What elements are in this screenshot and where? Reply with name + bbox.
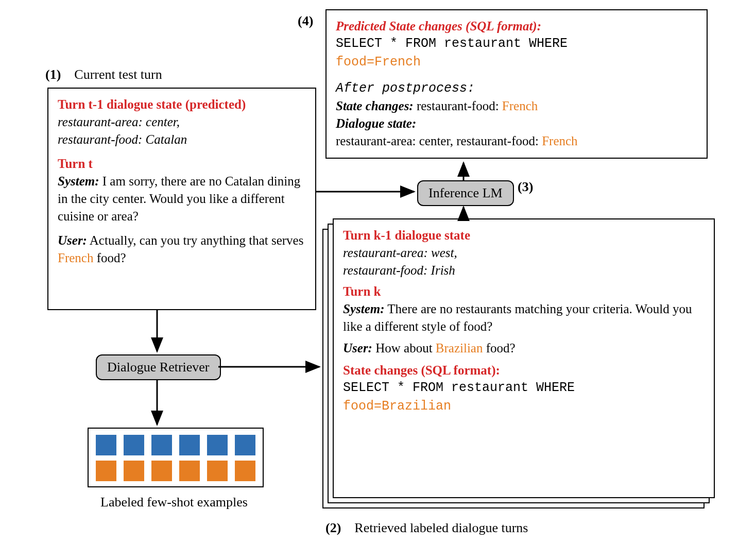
sys-label: System:	[58, 174, 99, 188]
num-4: (4)	[298, 13, 313, 28]
user-pre: Actually, can you try anything that serv…	[87, 233, 304, 247]
user-k-post: food?	[483, 341, 515, 355]
sc-label: State changes:	[336, 99, 414, 113]
label-2-text: Retrieved labeled dialogue turns	[354, 520, 528, 535]
label-2: (2) Retrieved labeled dialogue turns	[325, 520, 528, 536]
user-post: food?	[93, 251, 126, 265]
examples-row-orange	[96, 461, 255, 481]
user-label: User:	[58, 233, 87, 247]
sys-k-text: There are no restaurants matching your c…	[343, 302, 692, 333]
user-k-hl: Brazilian	[436, 341, 483, 355]
square-icon	[207, 435, 228, 455]
predicted-box: Predicted State changes (SQL format): SE…	[325, 9, 708, 159]
prev-state-heading: Turn t-1 dialogue state (predicted)	[58, 96, 306, 113]
prev-state-1: restaurant-area: center,	[58, 113, 306, 131]
prev-k-1: restaurant-area: west,	[343, 244, 705, 262]
pred-sql-2: food=French	[336, 55, 421, 70]
sc-k-heading: State changes (SQL format):	[343, 362, 705, 379]
ds-text: restaurant-area: center, restaurant-food…	[336, 134, 542, 148]
square-icon	[96, 435, 116, 455]
prev-state-2: restaurant-food: Catalan	[58, 131, 306, 148]
postprocess-label: After postprocess:	[336, 80, 697, 97]
square-icon	[151, 461, 172, 481]
turn-heading: Turn t	[58, 155, 306, 173]
label-1-text: Current test turn	[74, 67, 162, 82]
label-3: (3)	[518, 179, 533, 195]
prev-k-2: restaurant-food: Irish	[343, 262, 705, 279]
label-1: (1) Current test turn	[45, 67, 162, 82]
square-icon	[207, 461, 228, 481]
sc-text: restaurant-food:	[417, 99, 502, 113]
num-1: (1)	[45, 67, 61, 82]
ds-hl: French	[542, 134, 577, 148]
square-icon	[124, 461, 144, 481]
square-icon	[235, 461, 255, 481]
num-3: (3)	[518, 179, 533, 194]
square-icon	[235, 435, 255, 455]
dialogue-retriever-node: Dialogue Retriever	[96, 354, 221, 380]
square-icon	[179, 461, 200, 481]
sys-k-label: System:	[343, 302, 385, 316]
examples-row-blue	[96, 435, 255, 455]
inference-label: Inference LM	[428, 185, 503, 200]
prev-k-heading: Turn k-1 dialogue state	[343, 227, 705, 244]
user-k-label: User:	[343, 341, 372, 355]
turn-k-heading: Turn k	[343, 283, 705, 300]
sql-k-1: SELECT * FROM restaurant WHERE	[343, 379, 705, 397]
user-hl: French	[58, 251, 93, 265]
label-4: (4)	[298, 13, 313, 29]
square-icon	[96, 461, 116, 481]
inference-lm-node: Inference LM	[417, 180, 514, 206]
examples-box	[88, 428, 264, 487]
pred-sql-1: SELECT * FROM restaurant WHERE	[336, 35, 697, 53]
retriever-label: Dialogue Retriever	[107, 360, 210, 375]
sc-hl: French	[502, 99, 538, 113]
square-icon	[151, 435, 172, 455]
square-icon	[124, 435, 144, 455]
current-turn-box: Turn t-1 dialogue state (predicted) rest…	[47, 88, 316, 310]
square-icon	[179, 435, 200, 455]
ds-label: Dialogue state:	[336, 116, 416, 130]
retrieved-turn-box: Turn k-1 dialogue state restaurant-area:…	[333, 218, 715, 498]
pred-heading: Predicted State changes (SQL format)	[336, 19, 537, 33]
sql-k-2: food=Brazilian	[343, 399, 451, 414]
examples-caption: Labeled few-shot examples	[81, 495, 267, 510]
num-2: (2)	[325, 520, 341, 535]
user-k-pre: How about	[372, 341, 436, 355]
